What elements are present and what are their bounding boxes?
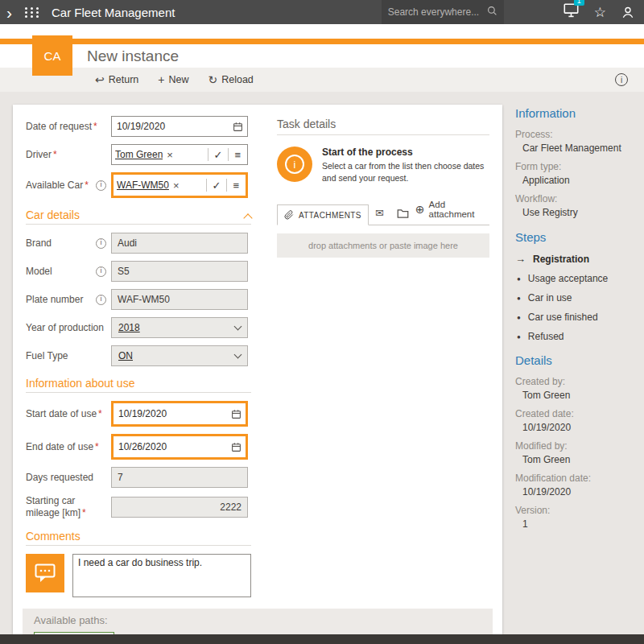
step-info-icon: i [277,147,312,182]
remove-car-icon[interactable]: × [173,180,180,192]
year-select[interactable]: 2018 [111,317,248,338]
comments-field: I need a car do business trip. [26,554,251,597]
folder-icon [397,208,409,219]
field-driver: Driver* Tom Green × ✓ ≡ [26,144,251,165]
comments-textarea[interactable]: I need a car do business trip. [72,554,251,597]
collapse-section-icon[interactable] [243,213,252,222]
highlight-border: WAF-WM50 × ✓ ≡ [111,172,248,198]
end-date-input[interactable] [114,436,246,457]
fuel-type-select[interactable]: ON [111,345,248,366]
date-of-request-input[interactable] [111,116,248,137]
expand-nav-icon[interactable]: › [6,4,12,21]
apps-grid-icon[interactable] [25,7,40,18]
field-available-car: Available Car* i WAF-WM50 × ✓ ≡ [26,172,251,198]
accent-bar [0,39,644,44]
model-info-icon[interactable]: i [96,266,106,277]
plus-icon: + [158,74,164,85]
car-chip: WAF-WM50 × [117,180,204,192]
end-date-value[interactable] [114,441,226,452]
available-car-picker[interactable]: WAF-WM50 × ✓ ≡ [114,175,246,196]
page-title: New instance [87,47,179,65]
info-process: Process: Car Fleet Management [515,129,636,154]
new-button[interactable]: + New [158,74,188,85]
field-starting-mileage: Starting car mileage [km]* 2222 [26,495,251,519]
car-chip-link[interactable]: WAF-WM50 [117,180,169,191]
search-input[interactable] [388,6,487,18]
driver-picker[interactable]: Tom Green × ✓ ≡ [111,144,248,165]
form-left-column: Date of request* Driver* Tom Green × [26,116,251,597]
step-info-title: Start of the process [322,147,489,158]
return-button[interactable]: ↩ Return [95,74,138,85]
tab-emails[interactable]: ✉ [369,202,390,225]
field-start-date: Start date of use* [26,401,251,427]
step-info-description: Select a car from the list then choose d… [322,160,489,184]
details-heading: Details [515,353,636,367]
highlight-border [111,434,248,460]
step-car-in-use: ● Car in use [515,292,636,303]
instance-header: New instance ↩ Return + New ↻ Reload i C… [0,24,644,92]
step-registration: → Registration [515,253,636,265]
start-date-input[interactable] [114,403,246,424]
search-icon[interactable] [487,5,497,19]
field-plate-number: Plate number i WAF-WM50 [26,289,251,310]
field-year-of-production: Year of production 2018 [26,317,251,338]
chevron-down-icon [234,351,242,359]
calendar-icon[interactable] [226,403,246,424]
remove-driver-icon[interactable]: × [167,149,173,161]
detail-created-date: Created date: 10/19/2020 [515,408,636,433]
date-of-request-value[interactable] [112,121,228,132]
steps-heading: Steps [515,230,636,244]
form-card: Date of request* Driver* Tom Green × [13,105,502,634]
mileage-value: 2222 [111,497,248,518]
detail-modification-date: Modification date: 10/19/2020 [515,473,636,497]
calendar-icon[interactable] [226,436,246,457]
step-bullet-icon: ● [515,295,521,302]
plate-info-icon[interactable]: i [96,295,106,305]
car-list-icon[interactable]: ≡ [229,180,242,192]
tab-attachments[interactable]: ATTACHMENTS [277,204,369,225]
task-details-title: Task details [277,118,489,135]
driver-list-icon[interactable]: ≡ [231,149,244,161]
field-brand: Brand i Audi [26,233,251,254]
field-fuel-type: Fuel Type ON [26,345,251,366]
step-usage-acceptance: ● Usage acceptance [515,273,636,284]
plate-value: WAF-WM50 [111,289,248,310]
detail-modified-by: Modified by: Tom Green [515,440,636,465]
paperclip-icon [284,210,294,220]
field-days-requested: Days requested 7 [26,467,251,488]
plus-circle-icon: ⊕ [415,204,425,215]
available-car-info-icon[interactable]: i [96,180,106,191]
field-end-date: End date of use* [26,434,251,460]
field-model: Model i S5 [26,261,251,282]
detail-created-by: Created by: Tom Green [515,376,636,401]
notifications-button[interactable]: 1 [564,3,579,21]
reload-button[interactable]: ↻ Reload [208,74,253,85]
favorites-star-icon[interactable]: ☆ [594,4,606,21]
return-icon: ↩ [95,74,105,85]
person-icon [621,6,634,19]
start-date-value[interactable] [114,408,226,419]
step-bullet-icon: ● [515,314,521,321]
task-details-column: Task details i Start of the process Sele… [277,116,489,597]
confirm-car-icon[interactable]: ✓ [209,180,225,192]
attachments-dropzone[interactable]: drop attachments or paste image here [277,233,489,258]
brand-info-icon[interactable]: i [96,238,106,249]
driver-chip: Tom Green × [115,149,205,161]
section-information-about-use: Information about use [26,377,251,393]
tab-related-files[interactable] [390,204,415,225]
field-date-of-request: Date of request* [26,116,251,137]
current-step-arrow-icon: → [515,253,526,265]
profile-button[interactable] [621,6,634,19]
info-icon[interactable]: i [615,73,628,86]
calendar-icon[interactable] [228,117,247,136]
main-area: Date of request* Driver* Tom Green × [0,92,644,634]
global-search[interactable] [382,0,504,24]
bottom-bar [0,634,644,644]
driver-chip-link[interactable]: Tom Green [115,149,163,160]
confirm-driver-icon[interactable]: ✓ [211,149,226,161]
section-car-details: Car details [26,208,251,225]
section-comments: Comments [26,530,251,546]
info-sidebar: Information Process: Car Fleet Managemen… [515,105,636,634]
add-attachment-button[interactable]: ⊕ Add attachment [415,200,489,225]
available-paths-label: Available paths: [34,614,481,626]
